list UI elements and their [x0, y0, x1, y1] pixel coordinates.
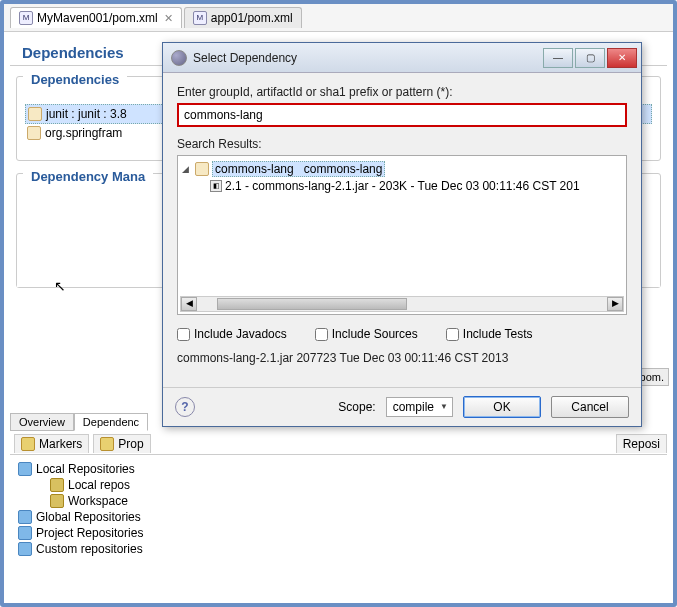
repo-icon — [50, 478, 64, 492]
tab-app01-pom[interactable]: M app01/pom.xml — [184, 7, 302, 28]
result-group-row[interactable]: ◢ commons-lang commons-lang — [182, 160, 622, 178]
view-label: Markers — [39, 437, 82, 451]
repo-icon — [18, 542, 32, 556]
select-dependency-dialog: Select Dependency — ▢ ✕ Enter groupId, a… — [162, 42, 642, 427]
search-prompt: Enter groupId, artifactId or sha1 prefix… — [177, 85, 627, 99]
close-icon[interactable]: ✕ — [164, 12, 173, 25]
properties-icon — [100, 437, 114, 451]
tab-label: MyMaven001/pom.xml — [37, 11, 158, 25]
version-icon: ◧ — [210, 180, 222, 192]
result-version-label: 2.1 - commons-lang-2.1.jar - 203K - Tue … — [225, 179, 580, 193]
maximize-button[interactable]: ▢ — [575, 48, 605, 68]
scroll-left-icon[interactable]: ◀ — [181, 297, 197, 311]
view-label: Reposi — [623, 437, 660, 451]
group-title: Dependency Mana — [23, 165, 153, 188]
tab-label: app01/pom.xml — [211, 11, 293, 25]
tree-collapse-icon[interactable]: ◢ — [182, 164, 192, 174]
result-group-label: commons-lang commons-lang — [212, 161, 385, 177]
editor-tabs: M MyMaven001/pom.xml ✕ M app01/pom.xml — [4, 4, 673, 32]
repo-icon — [18, 526, 32, 540]
markers-icon — [21, 437, 35, 451]
search-results[interactable]: ◢ commons-lang commons-lang ◧ 2.1 - comm… — [177, 155, 627, 315]
close-button[interactable]: ✕ — [607, 48, 637, 68]
include-sources-checkbox[interactable]: Include Sources — [315, 327, 418, 341]
dependency-label: junit : junit : 3.8 — [46, 107, 127, 121]
tree-node-local-repos[interactable]: Local repos — [14, 477, 663, 493]
result-version-row[interactable]: ◧ 2.1 - commons-lang-2.1.jar - 203K - Tu… — [182, 178, 622, 194]
tab-overview[interactable]: Overview — [10, 413, 74, 431]
eclipse-icon — [171, 50, 187, 66]
include-javadocs-checkbox[interactable]: Include Javadocs — [177, 327, 287, 341]
editor-bottom-tabs: Overview Dependenc — [10, 413, 148, 431]
search-input[interactable] — [177, 103, 627, 127]
dependency-label: org.springfram — [45, 126, 122, 140]
checkbox-label: Include Javadocs — [194, 327, 287, 341]
horizontal-scrollbar[interactable]: ◀ ▶ — [180, 296, 624, 312]
checkbox-label: Include Tests — [463, 327, 533, 341]
jar-icon — [28, 107, 42, 121]
repo-icon — [18, 510, 32, 524]
view-label: Prop — [118, 437, 143, 451]
scroll-right-icon[interactable]: ▶ — [607, 297, 623, 311]
tab-mymaven-pom[interactable]: M MyMaven001/pom.xml ✕ — [10, 7, 182, 28]
repo-icon — [50, 494, 64, 508]
include-tests-checkbox[interactable]: Include Tests — [446, 327, 533, 341]
maven-file-icon: M — [193, 11, 207, 25]
checkbox-label: Include Sources — [332, 327, 418, 341]
jar-icon — [195, 162, 209, 176]
view-markers[interactable]: Markers — [14, 434, 89, 453]
repo-icon — [18, 462, 32, 476]
selection-info: commons-lang-2.1.jar 207723 Tue Dec 03 0… — [177, 351, 627, 365]
views-dock: Markers Prop Reposi Local Repositories L… — [10, 433, 667, 573]
repositories-tree: Local Repositories Local repos Workspace… — [10, 455, 667, 563]
view-properties[interactable]: Prop — [93, 434, 150, 453]
cursor-icon: ↖ — [54, 278, 66, 294]
scope-select[interactable]: compile — [386, 397, 453, 417]
minimize-button[interactable]: — — [543, 48, 573, 68]
maven-file-icon: M — [19, 11, 33, 25]
tree-label: Workspace — [68, 494, 128, 508]
tree-label: Local Repositories — [36, 462, 135, 476]
tree-node-project-repositories[interactable]: Project Repositories — [14, 525, 663, 541]
group-title: Dependencies — [23, 68, 127, 91]
tree-label: Custom repositories — [36, 542, 143, 556]
tree-node-global-repositories[interactable]: Global Repositories — [14, 509, 663, 525]
tree-node-workspace[interactable]: Workspace — [14, 493, 663, 509]
tree-label: Local repos — [68, 478, 130, 492]
tree-label: Project Repositories — [36, 526, 143, 540]
scope-label: Scope: — [338, 400, 375, 414]
tab-dependencies[interactable]: Dependenc — [74, 413, 148, 431]
tree-label: Global Repositories — [36, 510, 141, 524]
jar-icon — [27, 126, 41, 140]
view-repositories[interactable]: Reposi — [616, 434, 667, 453]
tree-node-local-repositories[interactable]: Local Repositories — [14, 461, 663, 477]
help-icon[interactable]: ? — [175, 397, 195, 417]
dialog-titlebar[interactable]: Select Dependency — ▢ ✕ — [163, 43, 641, 73]
cancel-button[interactable]: Cancel — [551, 396, 629, 418]
tree-node-custom-repositories[interactable]: Custom repositories — [14, 541, 663, 557]
results-label: Search Results: — [177, 137, 627, 151]
scroll-thumb[interactable] — [217, 298, 407, 310]
ok-button[interactable]: OK — [463, 396, 541, 418]
dialog-title: Select Dependency — [193, 51, 543, 65]
